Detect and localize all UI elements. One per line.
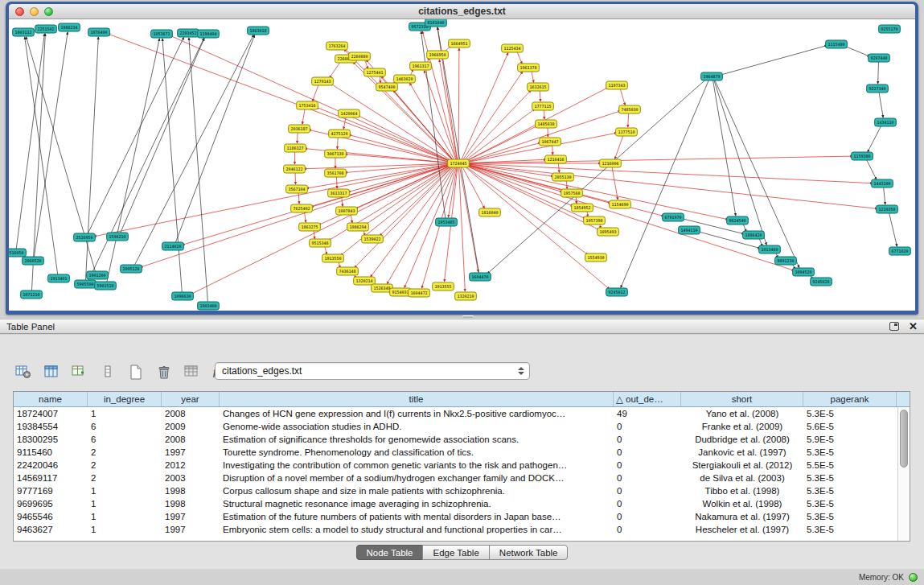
network-edge[interactable] <box>88 38 204 280</box>
network-edge[interactable] <box>566 180 567 188</box>
network-edge[interactable] <box>466 164 877 209</box>
table-row[interactable]: 2242004622012Investigating the contribut… <box>14 459 897 472</box>
network-node-yellow[interactable]: 1632615 <box>528 83 549 91</box>
table-row[interactable]: 946554611997Estimation of the future num… <box>14 510 897 523</box>
network-node-yellow[interactable]: 1724045 <box>448 159 470 167</box>
new-file-icon[interactable] <box>127 363 145 381</box>
network-edge[interactable] <box>344 49 454 160</box>
network-node-yellow[interactable]: 1279143 <box>312 77 334 85</box>
network-node-teal[interactable]: 9245012 <box>606 288 628 296</box>
network-node-teal[interactable]: 1013460 <box>759 245 781 253</box>
column-header-in_degree[interactable]: in_degree <box>88 392 162 406</box>
network-node-teal[interactable]: 9297440 <box>869 54 890 62</box>
tab-edge-table[interactable]: Edge Table <box>422 545 489 560</box>
network-node-teal[interactable]: 2060520 <box>23 257 44 265</box>
network-node-yellow[interactable]: 1957568 <box>561 189 583 197</box>
network-node-yellow[interactable]: 4275120 <box>329 130 351 138</box>
network-node-yellow[interactable]: 7485030 <box>619 105 641 113</box>
network-node-yellow[interactable]: 9547400 <box>376 83 398 91</box>
network-node-yellow[interactable]: 7625402 <box>291 204 313 212</box>
network-edge[interactable] <box>314 230 315 239</box>
network-edge[interactable] <box>463 90 531 160</box>
network-node-teal[interactable]: 9624540 <box>727 216 749 225</box>
close-window-icon[interactable] <box>15 7 24 16</box>
network-edge[interactable] <box>88 37 183 233</box>
column-header-out_degree[interactable]: △ out_de… <box>614 392 681 406</box>
network-edge[interactable] <box>437 27 478 273</box>
network-edge[interactable] <box>552 146 553 155</box>
network-edge[interactable] <box>337 138 338 149</box>
network-node-yellow[interactable]: 1966950 <box>427 51 449 59</box>
maximize-window-icon[interactable] <box>44 7 53 16</box>
network-node-yellow[interactable]: 1216416 <box>545 155 567 163</box>
column-header-name[interactable]: name <box>14 392 88 406</box>
network-node-teal[interactable]: 5901510 <box>95 282 117 290</box>
network-node-yellow[interactable]: 1186327 <box>285 144 306 152</box>
table-row[interactable]: 969969511998Structural magnetic resonanc… <box>14 497 897 510</box>
network-edge[interactable] <box>349 134 452 162</box>
float-panel-icon[interactable] <box>889 322 899 331</box>
tab-network-table[interactable]: Network Table <box>489 545 569 560</box>
network-node-yellow[interactable]: 1854952 <box>572 204 593 212</box>
network-node-yellow[interactable]: 1816040 <box>479 208 501 216</box>
network-node-teal[interactable]: 1053671 <box>151 30 173 38</box>
network-node-yellow[interactable]: 1961317 <box>410 62 432 70</box>
table-mode-icon[interactable] <box>14 363 32 381</box>
network-edge[interactable] <box>889 213 897 246</box>
network-node-teal[interactable]: 1198404 <box>198 30 220 38</box>
network-node-yellow[interactable]: 1957398 <box>584 216 606 225</box>
network-node-yellow[interactable]: 1067447 <box>540 138 561 146</box>
network-node-teal[interactable]: 2516050 <box>9 249 26 257</box>
network-edge[interactable] <box>612 167 618 200</box>
network-node-yellow[interactable]: 9515348 <box>310 239 331 247</box>
network-edge[interactable] <box>351 214 352 223</box>
column-header-title[interactable]: title <box>220 392 614 406</box>
network-edge[interactable] <box>884 187 885 204</box>
network-edge[interactable] <box>25 37 58 274</box>
network-edge[interactable] <box>868 126 881 152</box>
network-node-teal[interactable]: 2095120 <box>121 265 142 273</box>
network-edge[interactable] <box>540 91 540 101</box>
network-node-teal[interactable]: 1071210 <box>21 290 43 299</box>
network-edge[interactable] <box>358 115 452 161</box>
network-edge[interactable] <box>628 113 629 127</box>
network-edge[interactable] <box>191 165 452 294</box>
network-node-yellow[interactable]: 1216006 <box>600 159 622 167</box>
select-columns-icon[interactable] <box>43 363 60 381</box>
network-node-teal[interactable]: 1876400 <box>88 28 110 36</box>
network-edge[interactable] <box>134 35 253 265</box>
network-edge[interactable] <box>304 163 451 169</box>
network-node-yellow[interactable]: 3561708 <box>325 169 347 177</box>
network-node-yellow[interactable]: 1664951 <box>449 39 470 47</box>
network-node-yellow[interactable]: 1485038 <box>536 120 557 128</box>
network-edge[interactable] <box>302 109 305 125</box>
network-node-teal[interactable]: 1803112 <box>13 28 35 36</box>
network-node-teal[interactable]: 1964879 <box>701 72 723 80</box>
network-node-yellow[interactable]: 3067130 <box>325 150 347 158</box>
network-edge[interactable] <box>305 212 306 223</box>
network-edge[interactable] <box>162 39 182 292</box>
network-node-yellow[interactable]: 1007843 <box>336 207 358 215</box>
network-node-teal[interactable]: 1903400 <box>198 302 220 310</box>
network-node-teal[interactable]: 8181040 <box>425 19 447 27</box>
network-canvas[interactable]: 1724045226083812791431753416203618711863… <box>9 19 915 311</box>
network-node-yellow[interactable]: 1377510 <box>616 128 638 136</box>
table-scrollbar[interactable] <box>897 407 910 541</box>
network-node-teal[interactable]: 1443100 <box>872 179 893 187</box>
network-node-teal[interactable]: 6771020 <box>889 247 911 255</box>
network-node-yellow[interactable]: 1197343 <box>606 81 628 89</box>
delete-icon[interactable] <box>155 363 173 381</box>
network-edge[interactable] <box>336 177 337 188</box>
network-edge[interactable] <box>466 142 541 162</box>
network-edge[interactable] <box>421 31 446 218</box>
network-node-teal[interactable]: 2203452 <box>178 29 199 37</box>
network-edge[interactable] <box>719 45 827 75</box>
network-node-yellow[interactable]: 1554930 <box>585 253 607 262</box>
network-node-teal[interactable]: 1863018 <box>248 27 269 35</box>
network-node-teal[interactable]: 9891230 <box>775 257 797 265</box>
network-node-yellow[interactable]: 2055130 <box>552 173 574 181</box>
network-node-yellow[interactable]: 1753416 <box>297 101 318 109</box>
network-node-yellow[interactable]: 1125434 <box>502 44 524 52</box>
column-icon[interactable] <box>99 363 117 381</box>
minimize-window-icon[interactable] <box>30 7 39 16</box>
